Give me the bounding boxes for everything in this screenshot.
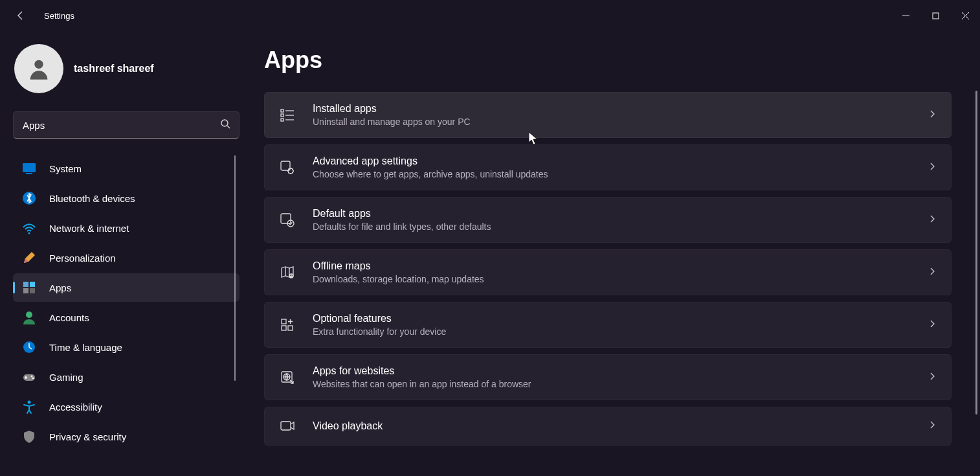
avatar <box>14 44 63 93</box>
globe-arrow-icon <box>279 369 296 386</box>
accessibility-icon <box>22 400 36 414</box>
main-content: Apps Installed appsUninstall and manage … <box>246 31 980 476</box>
page-title: Apps <box>264 47 959 74</box>
nav-label: Personalization <box>49 253 116 264</box>
time-icon <box>22 340 36 354</box>
nav-label: Gaming <box>49 372 84 383</box>
card-title: Default apps <box>313 208 911 220</box>
app-gear-icon <box>279 159 296 176</box>
chevron-right-icon <box>928 420 937 432</box>
nav-item-network[interactable]: Network & internet <box>13 214 239 242</box>
svg-point-5 <box>221 120 228 126</box>
nav-item-bluetooth[interactable]: Bluetooth & devices <box>13 184 239 212</box>
card-desc: Downloads, storage location, map updates <box>313 274 911 284</box>
chevron-right-icon <box>928 109 937 121</box>
nav-label: Apps <box>49 282 71 293</box>
minimize-button[interactable] <box>891 5 920 26</box>
chevron-right-icon <box>928 162 937 174</box>
search-input[interactable] <box>13 111 239 139</box>
card-title: Offline maps <box>313 260 911 272</box>
map-icon <box>279 264 296 281</box>
card-title: Optional features <box>313 313 911 324</box>
nav-item-accessibility[interactable]: Accessibility <box>13 392 239 421</box>
nav-label: Privacy & security <box>49 431 126 442</box>
svg-rect-1 <box>933 13 939 19</box>
card-title: Apps for websites <box>313 365 911 377</box>
card-text: Apps for websitesWebsites that can open … <box>313 365 911 389</box>
window-title: Settings <box>44 11 74 21</box>
maximize-button[interactable] <box>920 5 950 26</box>
card-title: Advanced app settings <box>313 155 911 167</box>
chevron-right-icon <box>928 214 937 226</box>
card-text: Installed appsUninstall and manage apps … <box>313 103 911 127</box>
nav-label: Bluetooth & devices <box>49 193 135 204</box>
user-name: tashreef shareef <box>74 63 154 74</box>
card-desc: Websites that can open in an app instead… <box>313 379 911 389</box>
search-icon <box>220 119 230 131</box>
card-text: Default appsDefaults for file and link t… <box>313 208 911 232</box>
main-scrollbar[interactable] <box>975 91 977 414</box>
personalization-icon <box>22 251 36 265</box>
nav-item-gaming[interactable]: Gaming <box>13 363 239 391</box>
card-advanced[interactable]: Advanced app settingsChoose where to get… <box>264 144 952 190</box>
nav-item-privacy[interactable]: Privacy & security <box>13 422 239 451</box>
card-appsforweb[interactable]: Apps for websitesWebsites that can open … <box>264 354 952 400</box>
card-desc: Choose where to get apps, archive apps, … <box>313 169 911 179</box>
card-title: Video playback <box>313 420 911 432</box>
cards-list: Installed appsUninstall and manage apps … <box>264 92 959 446</box>
chevron-right-icon <box>928 319 937 331</box>
gaming-icon <box>22 370 36 384</box>
system-icon <box>22 161 36 176</box>
chevron-right-icon <box>928 372 937 383</box>
card-text: Video playback <box>313 420 911 432</box>
accounts-icon <box>22 310 36 324</box>
bluetooth-icon <box>22 191 36 205</box>
sidebar: tashreef shareef SystemBluetooth & devic… <box>0 31 246 476</box>
card-text: Advanced app settingsChoose where to get… <box>313 155 911 179</box>
card-text: Optional featuresExtra functionality for… <box>313 313 911 337</box>
nav-item-apps[interactable]: Apps <box>13 273 239 302</box>
app-check-icon <box>279 212 296 229</box>
card-installed[interactable]: Installed appsUninstall and manage apps … <box>264 92 952 138</box>
card-offlinemaps[interactable]: Offline mapsDownloads, storage location,… <box>264 249 952 295</box>
nav-item-time[interactable]: Time & language <box>13 333 239 361</box>
card-desc: Uninstall and manage apps on your PC <box>313 117 911 127</box>
card-desc: Extra functionality for your device <box>313 326 911 337</box>
nav-label: Accounts <box>49 312 89 323</box>
card-video[interactable]: Video playback <box>264 407 952 446</box>
chevron-right-icon <box>928 267 937 278</box>
list-icon <box>279 107 296 124</box>
svg-point-4 <box>34 60 43 69</box>
card-optional[interactable]: Optional featuresExtra functionality for… <box>264 302 952 348</box>
close-button[interactable] <box>950 5 980 26</box>
nav-label: Time & language <box>49 342 122 353</box>
apps-icon <box>22 280 36 295</box>
card-text: Offline mapsDownloads, storage location,… <box>313 260 911 284</box>
video-icon <box>279 418 296 435</box>
card-title: Installed apps <box>313 103 911 115</box>
svg-line-6 <box>227 126 230 128</box>
user-profile[interactable]: tashreef shareef <box>13 44 239 93</box>
nav-label: Network & internet <box>49 223 129 234</box>
nav-list: SystemBluetooth & devicesNetwork & inter… <box>13 154 239 451</box>
nav-label: Accessibility <box>49 402 102 413</box>
card-default[interactable]: Default appsDefaults for file and link t… <box>264 197 952 243</box>
nav-item-system[interactable]: System <box>13 154 239 183</box>
card-desc: Defaults for file and link types, other … <box>313 221 911 232</box>
nav-item-accounts[interactable]: Accounts <box>13 303 239 332</box>
network-icon <box>22 221 36 235</box>
privacy-icon <box>22 429 36 444</box>
back-button[interactable] <box>10 5 31 26</box>
app-plus-icon <box>279 317 296 334</box>
nav-label: System <box>49 163 82 174</box>
nav-item-personalization[interactable]: Personalization <box>13 244 239 272</box>
